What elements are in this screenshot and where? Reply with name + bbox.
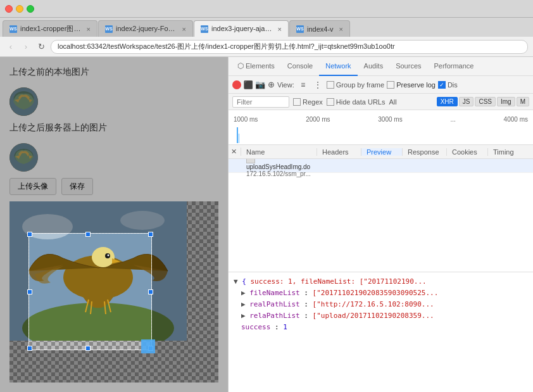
preserve-log-label: Preserve log: [396, 81, 436, 89]
crop-handle-bm[interactable]: [85, 346, 91, 351]
json-fileNameList-val: ["2017110219020835903090525...: [313, 289, 439, 297]
waterfall-view-button[interactable]: ⋮: [311, 79, 324, 91]
json-expand-relapath[interactable]: ▶: [241, 312, 246, 320]
devtools-tab-performance[interactable]: Performance: [428, 57, 480, 76]
disable-cache-checkbox[interactable]: ✓: [438, 81, 446, 89]
timeline-bar: 1000 ms 2000 ms 3000 ms ... 4000 ms: [229, 110, 533, 145]
crop-handle-bl[interactable]: [27, 346, 32, 351]
tab-label-2: index2-jquery-Form表单提交: [116, 24, 177, 34]
json-expand-filename[interactable]: ▶: [241, 289, 246, 297]
devtools-tab-elements[interactable]: ⬡ Elements: [231, 57, 281, 76]
crop-handle-tl[interactable]: [27, 232, 32, 237]
tab-elements-label: Elements: [246, 62, 275, 70]
forward-button[interactable]: ›: [20, 41, 32, 53]
crop-box-dashed: [28, 233, 152, 350]
filter-img-button[interactable]: Img: [497, 97, 515, 106]
th-timing[interactable]: Timing: [488, 148, 526, 156]
network-toolbar: ⬛ 📷 ⊕ View: ≡ ⋮ Group by frame Preserve …: [229, 76, 533, 94]
devtools-tab-console[interactable]: Console: [281, 57, 319, 76]
hide-data-checkbox[interactable]: [327, 98, 334, 106]
table-row[interactable]: uploadSysHeadImg.do 172.16.5.102/ssm_pr.…: [229, 159, 533, 173]
timeline-label-4000: 4000 ms: [504, 116, 528, 123]
group-by-frame-checkbox[interactable]: [327, 81, 334, 89]
crop-handle-tm[interactable]: [85, 232, 91, 237]
th-response[interactable]: Response: [403, 148, 447, 156]
save-button[interactable]: 保存: [61, 178, 93, 195]
preserve-log-checkbox[interactable]: [387, 81, 394, 89]
type-filter-buttons: XHR JS CSS Img M: [437, 97, 529, 106]
crop-handle-ml[interactable]: [27, 289, 32, 294]
tab-close-2[interactable]: ×: [182, 25, 186, 33]
filter-icon[interactable]: ⊕: [268, 80, 275, 89]
tab-close-3[interactable]: ×: [278, 25, 282, 33]
camera-icon[interactable]: 📷: [255, 80, 265, 89]
hide-data-item: Hide data URLs: [327, 98, 386, 106]
filter-xhr-button[interactable]: XHR: [437, 97, 458, 106]
crop-corner-indicator: [141, 339, 155, 353]
tabs-bar: WS index1-cropper图片剪切上传 × WS index2-jque…: [0, 18, 533, 37]
record-button[interactable]: [232, 80, 241, 89]
tab-label-3: index3-jquery-ajax提交: [211, 24, 272, 34]
disable-cache-label: Dis: [448, 81, 458, 89]
all-filter[interactable]: All: [389, 98, 396, 106]
timeline-label-3000: 3000 ms: [378, 116, 402, 123]
filter-input[interactable]: [232, 96, 289, 108]
refresh-button[interactable]: ↻: [35, 41, 47, 53]
tab-index1[interactable]: WS index1-cropper图片剪切上传 ×: [3, 20, 97, 37]
cropper-area[interactable]: [9, 201, 218, 383]
tab-index3[interactable]: WS index3-jquery-ajax提交 ×: [194, 20, 289, 37]
stop-button[interactable]: ⬛: [244, 80, 253, 89]
filter-media-button[interactable]: M: [517, 97, 529, 106]
minimize-button[interactable]: [16, 5, 23, 13]
disable-cache-item: ✓ Dis: [438, 81, 458, 89]
tab-favicon-3: WS: [201, 25, 208, 33]
json-colon-2: :: [304, 300, 312, 308]
tab-close-4[interactable]: ×: [339, 25, 343, 33]
json-preview-panel: ▼ { success: 1, fileNameList: ["20171102…: [229, 272, 533, 393]
devtools-tab-sources[interactable]: Sources: [389, 57, 427, 76]
filter-css-button[interactable]: CSS: [475, 97, 496, 106]
tab-network-label: Network: [325, 62, 351, 70]
regex-checkbox[interactable]: [293, 98, 301, 106]
json-colon-1: :: [304, 289, 312, 297]
json-realPathList-key: realPathList: [249, 300, 299, 308]
tab-index2[interactable]: WS index2-jquery-Form表单提交 ×: [98, 20, 193, 37]
back-button[interactable]: ‹: [5, 41, 16, 53]
list-view-button[interactable]: ≡: [297, 79, 310, 91]
button-row: 上传头像 保存: [9, 178, 218, 195]
json-root-line: ▼ { success: 1, fileNameList: ["20171102…: [234, 276, 528, 288]
devtools-tab-audits[interactable]: Audits: [358, 57, 390, 76]
th-preview[interactable]: Preview: [361, 148, 403, 156]
section2-title: 上传之后服务器上的图片: [9, 122, 218, 134]
devtools-panel: ⬡ Elements Console Network Audits Source…: [228, 57, 533, 392]
tab-audits-label: Audits: [364, 62, 384, 70]
tab-console-label: Console: [287, 62, 313, 70]
tab-performance-label: Performance: [434, 62, 474, 70]
timeline-label-dots: ...: [450, 116, 455, 123]
crop-handle-tr[interactable]: [148, 232, 153, 237]
url-text: localhost:63342/testWorkspace/test26-图片上…: [58, 42, 395, 51]
filter-js-button[interactable]: JS: [459, 97, 474, 106]
title-bar: [0, 0, 533, 18]
request-name: uploadSysHeadImg.do: [246, 163, 310, 170]
close-button[interactable]: [5, 5, 13, 13]
tab-close-1[interactable]: ×: [87, 25, 91, 33]
group-by-frame-item: Group by frame: [327, 81, 384, 89]
network-table-split: ✕ Name Headers Preview Response Cookies …: [229, 145, 533, 392]
th-headers[interactable]: Headers: [317, 148, 361, 156]
preserve-log-item: Preserve log: [387, 81, 436, 89]
json-relaPathList-val: ["upload/20171102190208359...: [313, 312, 434, 320]
after-upload-avatar: [9, 143, 38, 172]
json-expand-root[interactable]: ▼: [234, 277, 238, 286]
devtools-tab-network[interactable]: Network: [319, 57, 357, 76]
eagle-avatar-before: [9, 87, 38, 116]
timeline-label-1000: 1000 ms: [234, 116, 258, 123]
crop-handle-mr[interactable]: [148, 289, 153, 294]
url-bar[interactable]: localhost:63342/testWorkspace/test26-图片上…: [51, 40, 528, 54]
th-cookies[interactable]: Cookies: [447, 148, 488, 156]
json-expand-realpath[interactable]: ▶: [241, 300, 246, 308]
upload-avatar-button[interactable]: 上传头像: [9, 178, 56, 195]
json-root-val: {: [242, 277, 246, 286]
tab-index4[interactable]: WS index4-v ×: [289, 20, 350, 37]
maximize-button[interactable]: [27, 5, 34, 13]
